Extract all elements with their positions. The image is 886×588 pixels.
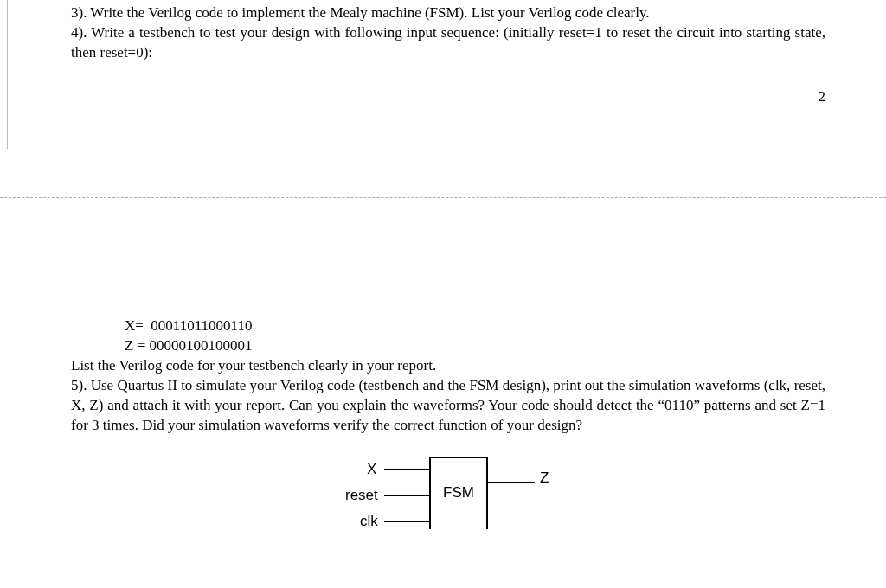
x-sequence: X= 00011011000110	[71, 316, 825, 336]
fsm-box-label: FSM	[443, 483, 474, 503]
testbench-note: List the Verilog code for your testbench…	[71, 356, 825, 376]
wire-clk	[384, 521, 429, 522]
page-number: 2	[0, 63, 886, 107]
page-top-section: 3). Write the Verilog code to implement …	[0, 0, 886, 63]
question-4: 4). Write a testbench to test your desig…	[71, 23, 825, 63]
fsm-box: FSM	[429, 457, 488, 529]
page-left-border	[7, 0, 8, 149]
page-solid-divider	[7, 246, 886, 246]
label-clk: clk	[360, 512, 378, 532]
question-3: 3). Write the Verilog code to implement …	[71, 3, 825, 23]
wire-x	[384, 469, 429, 470]
z-sequence: Z = 00000100100001	[71, 336, 825, 356]
wire-z	[488, 482, 535, 483]
page-bottom-section: X= 00011011000110 Z = 00000100100001 Lis…	[71, 316, 825, 534]
wire-reset	[384, 495, 429, 496]
fsm-block-diagram: FSM X reset clk Z	[301, 448, 595, 534]
question-5: 5). Use Quartus II to simulate your Veri…	[71, 376, 825, 436]
label-z: Z	[540, 469, 549, 489]
page-dashed-divider	[0, 197, 886, 198]
label-reset: reset	[345, 486, 378, 506]
label-x: X	[367, 460, 376, 480]
